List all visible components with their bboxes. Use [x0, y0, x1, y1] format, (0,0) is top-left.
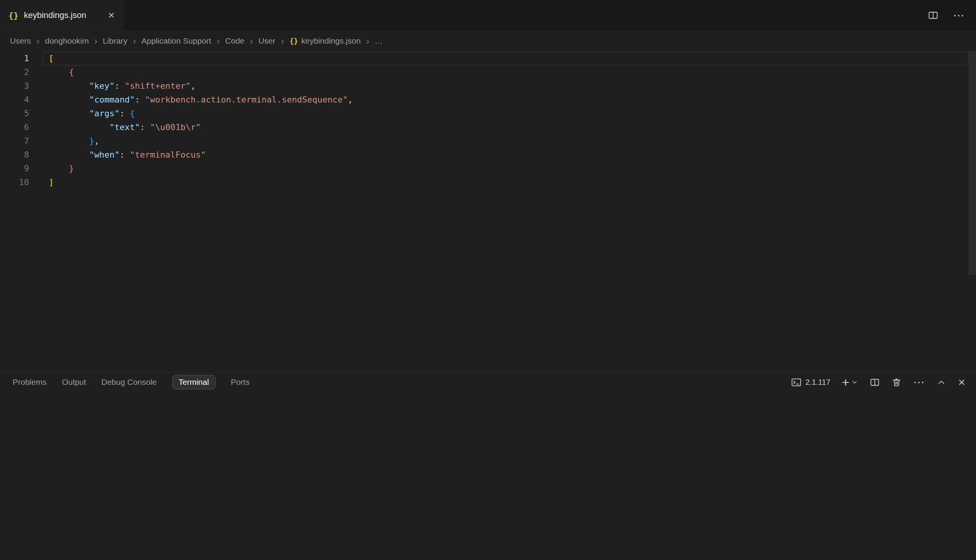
editor-more-actions-icon[interactable]: ⋯: [953, 10, 964, 21]
breadcrumb-item-1[interactable]: donghookim: [45, 36, 89, 45]
tab-keybindings-json[interactable]: {} keybindings.json ×: [0, 0, 123, 31]
maximize-panel-chevron-icon[interactable]: [936, 377, 946, 387]
code-text: },: [29, 134, 99, 148]
breadcrumb-item-6[interactable]: {}keybindings.json: [289, 36, 361, 45]
line-number: 5: [0, 107, 29, 120]
breadcrumb-separator: ›: [35, 36, 40, 46]
code-text: "when": "terminalFocus": [29, 148, 206, 162]
new-terminal-icon[interactable]: +: [842, 376, 849, 388]
line-number: 6: [0, 120, 29, 134]
code-line-9[interactable]: 9 }: [0, 162, 976, 175]
breadcrumb-label: Users: [10, 36, 31, 45]
code-line-5[interactable]: 5 "args": {: [0, 107, 976, 120]
code-line-8[interactable]: 8 "when": "terminalFocus": [0, 148, 976, 162]
breadcrumb-label: donghookim: [45, 36, 89, 45]
editor-code[interactable]: 1[2 {3 "key": "shift+enter",4 "command":…: [0, 50, 976, 372]
line-number: 9: [0, 162, 29, 175]
panel-header: ProblemsOutputDebug ConsoleTerminalPorts…: [0, 373, 976, 392]
terminal-icon: [791, 377, 802, 387]
line-number: 8: [0, 148, 29, 162]
line-number: 10: [0, 175, 29, 189]
json-braces-icon: {}: [289, 37, 298, 45]
panel-tab-debug-console[interactable]: Debug Console: [102, 378, 157, 387]
line-number: 4: [0, 93, 29, 107]
breadcrumb-label: Application Support: [141, 36, 211, 45]
code-text: {: [29, 65, 74, 79]
code-line-3[interactable]: 3 "key": "shift+enter",: [0, 79, 976, 93]
code-text: }: [29, 162, 74, 175]
line-number: 1: [0, 52, 29, 65]
breadcrumb-separator: ›: [216, 36, 221, 46]
breadcrumb-label: keybindings.json: [301, 36, 361, 45]
breadcrumb-label: Code: [225, 36, 244, 45]
terminal-instance-label[interactable]: 2.1.117: [791, 377, 830, 387]
breadcrumb-item-0[interactable]: Users: [10, 36, 31, 45]
breadcrumb-separator: ›: [132, 36, 137, 46]
panel-tab-problems[interactable]: Problems: [13, 378, 47, 387]
code-text: [: [29, 52, 53, 65]
code-text: "text": "\u001b\r": [29, 120, 201, 134]
terminal-title: 2.1.117: [805, 378, 830, 387]
breadcrumb-label: …: [375, 36, 383, 45]
kill-terminal-trash-icon[interactable]: [891, 377, 902, 387]
breadcrumb-label: Library: [103, 36, 127, 45]
vscode-window: {} keybindings.json × ⋯ Users›donghookim…: [0, 0, 976, 560]
line-number: 7: [0, 134, 29, 148]
panel-tab-terminal[interactable]: Terminal: [172, 375, 216, 389]
breadcrumb-item-5[interactable]: User: [258, 36, 275, 45]
breadcrumb-separator: ›: [94, 36, 99, 46]
new-terminal-control: +: [842, 376, 858, 388]
breadcrumb-item-7[interactable]: …: [375, 36, 383, 45]
json-braces-icon: {}: [8, 11, 19, 20]
code-line-10[interactable]: 10]: [0, 175, 976, 189]
panel-tab-output[interactable]: Output: [62, 378, 86, 387]
breadcrumb-item-3[interactable]: Application Support: [141, 36, 211, 45]
panel-actions: 2.1.117 + ⋯ ×: [791, 376, 965, 388]
breadcrumb[interactable]: Users›donghookim›Library›Application Sup…: [0, 32, 976, 50]
code-line-6[interactable]: 6 "text": "\u001b\r": [0, 120, 976, 134]
bottom-panel: ProblemsOutputDebug ConsoleTerminalPorts…: [0, 372, 976, 560]
editor-actions: ⋯: [928, 0, 976, 31]
code-line-7[interactable]: 7 },: [0, 134, 976, 148]
code-line-4[interactable]: 4 "command": "workbench.action.terminal.…: [0, 93, 976, 107]
tab-title: keybindings.json: [24, 10, 87, 20]
code-text: "args": {: [29, 107, 135, 120]
line-number: 2: [0, 65, 29, 79]
panel-tab-ports[interactable]: Ports: [231, 378, 249, 387]
line-number: 3: [0, 79, 29, 93]
editor-tab-bar: {} keybindings.json × ⋯: [0, 0, 976, 31]
code-line-1[interactable]: 1[: [0, 52, 976, 65]
breadcrumb-label: User: [258, 36, 275, 45]
breadcrumb-separator: ›: [280, 36, 285, 46]
breadcrumb-separator: ›: [249, 36, 254, 46]
terminal-dropdown-chevron-icon[interactable]: [851, 379, 858, 386]
breadcrumb-item-4[interactable]: Code: [225, 36, 244, 45]
breadcrumb-separator: ›: [365, 36, 370, 46]
breadcrumb-item-2[interactable]: Library: [103, 36, 127, 45]
code-text: "key": "shift+enter",: [29, 79, 196, 93]
code-text: "command": "workbench.action.terminal.se…: [29, 93, 353, 107]
code-line-2[interactable]: 2 {: [0, 65, 976, 79]
split-editor-icon[interactable]: [928, 10, 939, 21]
close-panel-icon[interactable]: ×: [958, 376, 965, 388]
split-terminal-icon[interactable]: [870, 377, 880, 387]
panel-tabs: ProblemsOutputDebug ConsoleTerminalPorts: [13, 375, 249, 389]
panel-more-actions-icon[interactable]: ⋯: [913, 377, 925, 388]
editor-scrollbar[interactable]: [969, 51, 976, 275]
code-text: ]: [29, 175, 53, 189]
close-tab-icon[interactable]: ×: [108, 10, 114, 21]
